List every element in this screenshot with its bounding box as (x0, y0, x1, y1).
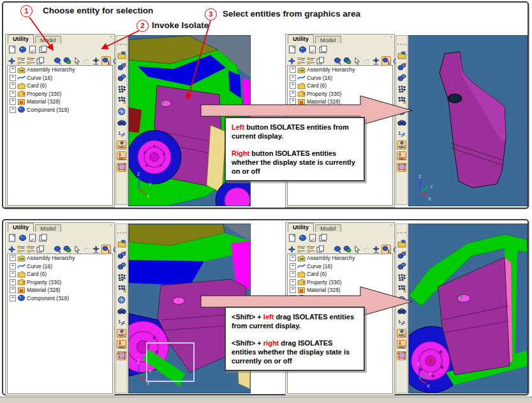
lasso-disabled-icon[interactable] (82, 57, 91, 65)
tab-model[interactable]: Model (35, 224, 61, 232)
visualization-icon[interactable] (117, 351, 126, 360)
tree-item-component-319[interactable]: +Component (319) (8, 294, 112, 303)
collapse-chevron-icon[interactable]: ^ (110, 34, 112, 40)
camera-icon[interactable] (397, 73, 406, 82)
drag-handle[interactable] (117, 37, 126, 49)
mesh-dark-icon[interactable] (117, 84, 126, 93)
tree-item-card-6[interactable]: +Card (6) (8, 82, 112, 90)
expand-icon[interactable]: + (290, 66, 296, 73)
select-entity-icon[interactable] (54, 245, 62, 254)
pin-star-icon[interactable] (8, 245, 16, 254)
cursor-icon[interactable] (353, 245, 361, 254)
expand-icon[interactable]: + (290, 263, 296, 270)
select-entity-icon[interactable] (334, 245, 342, 254)
tree-item-assembly-hierarchy[interactable]: +Assembly Hierarchy (288, 66, 392, 74)
reverse-icon[interactable] (372, 57, 380, 65)
tree-item-curve-16[interactable]: +Curve (16) (8, 262, 112, 271)
expand-icon[interactable]: + (10, 107, 16, 113)
graphics-area-isolated-door[interactable]: Z Y X (408, 35, 528, 206)
list-icon[interactable] (17, 245, 26, 254)
spherical-clip-icon[interactable] (117, 62, 126, 71)
isolate-icon[interactable]: 1 (101, 56, 111, 66)
new-page-icon[interactable] (288, 234, 297, 242)
pin-star-icon[interactable] (288, 245, 296, 254)
pages-icon[interactable] (38, 45, 47, 54)
tree-item-property-330[interactable]: +Property (330) (8, 278, 112, 287)
tab-utility[interactable]: Utility (288, 34, 314, 43)
tree-item-curve-16[interactable]: +Curve (16) (288, 262, 392, 271)
drag-handle[interactable] (397, 37, 406, 49)
copy-icon[interactable] (36, 245, 45, 254)
numbers-icon[interactable]: 13z (117, 317, 126, 326)
expand-icon[interactable]: + (10, 287, 16, 293)
tab-model[interactable]: Model (315, 36, 341, 43)
isolate-icon[interactable]: 1 (381, 56, 391, 66)
drag-handle[interactable] (397, 225, 406, 237)
expand-icon[interactable]: + (290, 255, 296, 261)
select-entities-icon[interactable] (343, 245, 351, 254)
list-alt-icon[interactable] (27, 245, 35, 254)
camera-icon[interactable] (117, 262, 126, 271)
mesh-shaded-icon[interactable] (117, 96, 126, 105)
cursor-icon[interactable] (353, 57, 361, 65)
expand-icon[interactable]: + (10, 255, 16, 261)
expand-icon[interactable]: + (10, 98, 16, 105)
mesh-shaded-icon[interactable] (117, 284, 126, 293)
shaded-sphere-icon[interactable] (117, 295, 126, 304)
lasso-disabled-icon[interactable] (362, 245, 371, 254)
isolate-icon[interactable]: 1 (101, 245, 111, 254)
tree-item-card-6[interactable]: +Card (6) (8, 270, 112, 278)
visualization-icon[interactable] (117, 163, 126, 172)
entity-ball-icon[interactable] (18, 45, 27, 54)
isolate-icon[interactable]: 1 (381, 245, 391, 254)
list-alt-icon[interactable] (307, 245, 315, 254)
label-arrow-abc-icon[interactable]: ABC (397, 151, 406, 160)
cursor-icon[interactable] (73, 57, 81, 65)
collapse-chevron-icon[interactable]: ^ (110, 223, 112, 229)
mesh-dark-icon[interactable] (397, 273, 406, 282)
copy-icon[interactable] (316, 245, 325, 254)
list-icon[interactable] (17, 57, 26, 65)
expand-icon[interactable]: + (10, 91, 16, 97)
camera-icon[interactable] (117, 73, 126, 82)
numbers-icon[interactable]: 13z (397, 317, 406, 326)
select-entity-icon[interactable] (54, 57, 62, 65)
list-icon[interactable] (297, 245, 306, 254)
new-page-icon[interactable] (288, 45, 297, 54)
tree-item-assembly-hierarchy[interactable]: +Assembly Hierarchy (288, 254, 392, 262)
expand-icon[interactable]: + (10, 82, 16, 89)
tree-item-assembly-hierarchy[interactable]: +Assembly Hierarchy (8, 66, 112, 74)
drag-handle[interactable] (117, 225, 126, 237)
expand-icon[interactable]: + (290, 271, 296, 277)
tree-item-card-6[interactable]: +Card (6) (288, 82, 392, 90)
spherical-clip-icon[interactable] (397, 62, 406, 71)
mask-icon[interactable] (397, 51, 406, 60)
page-check-icon[interactable] (308, 234, 317, 242)
label-arrow-abc-icon[interactable]: ABC (117, 340, 126, 349)
list-alt-icon[interactable] (307, 57, 315, 65)
select-entities-icon[interactable] (63, 57, 71, 65)
page-check-icon[interactable] (28, 234, 37, 242)
label-arrow-abc-icon[interactable]: ABC (397, 340, 406, 349)
new-page-icon[interactable] (8, 45, 17, 54)
lasso-disabled-icon[interactable] (82, 245, 91, 254)
expand-icon[interactable]: + (10, 263, 16, 270)
tree-item-card-6[interactable]: +Card (6) (288, 270, 392, 278)
shaded-sphere-icon[interactable] (117, 107, 126, 116)
tab-utility[interactable]: Utility (288, 223, 314, 232)
tree-item-curve-16[interactable]: +Curve (16) (288, 74, 392, 82)
numbers-icon[interactable]: 13z (397, 129, 406, 138)
numbers-icon[interactable]: 13z (117, 129, 126, 138)
expand-icon[interactable]: + (290, 82, 296, 89)
reverse-icon[interactable] (92, 57, 100, 65)
pages-icon[interactable] (318, 45, 327, 54)
pages-icon[interactable] (318, 234, 327, 242)
select-entity-icon[interactable] (334, 57, 342, 65)
tree-item-material-328[interactable]: +MMaterial (328) (8, 98, 112, 106)
tab-model[interactable]: Model (315, 224, 341, 232)
mesh-dark-icon[interactable] (117, 273, 126, 282)
label-abc-icon[interactable]: ABC (117, 141, 126, 149)
list-icon[interactable] (297, 57, 306, 65)
expand-icon[interactable]: + (10, 295, 16, 301)
graphics-area-result[interactable]: Z Y X (408, 224, 528, 393)
